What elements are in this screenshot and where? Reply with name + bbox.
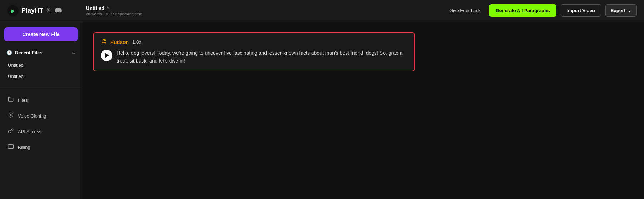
recent-files-list: Untitled Untitled bbox=[4, 58, 78, 83]
sidebar-item-files[interactable]: Files bbox=[1, 93, 80, 107]
file-title-row: Untitled ✎ bbox=[86, 5, 445, 11]
svg-line-4 bbox=[12, 116, 13, 117]
generate-all-button[interactable]: Generate All Paragraphs bbox=[489, 4, 556, 17]
content-area: Hudson 1.0x Hello, dog lovers! Today, we… bbox=[82, 21, 644, 199]
files-icon bbox=[8, 96, 14, 104]
svg-line-8 bbox=[12, 113, 13, 114]
play-triangle-icon bbox=[105, 53, 109, 58]
api-access-icon bbox=[8, 128, 14, 135]
paragraph-card: Hudson 1.0x Hello, dog lovers! Today, we… bbox=[93, 32, 415, 71]
topbar-actions: Give Feedback Generate All Paragraphs Im… bbox=[445, 4, 637, 17]
billing-icon bbox=[8, 144, 14, 151]
svg-point-0 bbox=[10, 114, 11, 116]
create-new-file-button[interactable]: Create New File bbox=[4, 27, 78, 41]
svg-point-11 bbox=[103, 39, 104, 41]
chevron-down-icon: ⌄ bbox=[628, 8, 631, 13]
logo-text: PlayHT bbox=[21, 7, 43, 14]
card-header: Hudson 1.0x bbox=[101, 39, 407, 45]
card-body: Hello, dog lovers! Today, we're going to… bbox=[101, 49, 407, 65]
voice-cloning-label: Voice Cloning bbox=[18, 113, 47, 119]
voice-person-icon bbox=[101, 39, 107, 45]
svg-rect-9 bbox=[8, 145, 14, 149]
chevron-down-icon: ⌄ bbox=[72, 50, 75, 55]
api-access-label: API Access bbox=[18, 129, 42, 134]
paragraph-text: Hello, dog lovers! Today, we're going to… bbox=[117, 49, 407, 65]
play-button[interactable] bbox=[101, 50, 112, 61]
sidebar-item-billing[interactable]: Billing bbox=[1, 140, 80, 154]
discord-icon[interactable] bbox=[55, 7, 62, 15]
clock-icon: 🕐 bbox=[6, 50, 12, 55]
logo-area: ▶ PlayHT 𝕏 bbox=[7, 5, 86, 16]
file-info: Untitled ✎ 28 words · 10 sec speaking ti… bbox=[86, 5, 445, 16]
file-title: Untitled bbox=[86, 5, 104, 11]
twitter-icon[interactable]: 𝕏 bbox=[46, 7, 51, 15]
topbar: ▶ PlayHT 𝕏 Untitled ✎ 28 words · 10 sec … bbox=[0, 0, 644, 21]
recent-files-header[interactable]: 🕐 Recent Files ⌄ bbox=[4, 47, 78, 58]
recent-files-label: Recent Files bbox=[15, 50, 43, 55]
export-button[interactable]: Export ⌄ bbox=[605, 4, 637, 17]
files-label: Files bbox=[18, 98, 28, 103]
sidebar-divider bbox=[0, 88, 82, 88]
svg-line-3 bbox=[9, 113, 9, 114]
edit-icon[interactable]: ✎ bbox=[107, 6, 110, 11]
voice-cloning-icon bbox=[8, 112, 14, 119]
svg-line-7 bbox=[9, 116, 9, 117]
feedback-button[interactable]: Give Feedback bbox=[445, 5, 485, 16]
social-icons: 𝕏 bbox=[46, 7, 62, 15]
speed-badge[interactable]: 1.0x bbox=[132, 39, 141, 45]
import-video-button[interactable]: Import Video bbox=[561, 4, 601, 17]
main-layout: Create New File 🕐 Recent Files ⌄ Untitle… bbox=[0, 21, 644, 199]
sidebar-item-voice-cloning[interactable]: Voice Cloning bbox=[1, 109, 80, 123]
logo-icon: ▶ bbox=[7, 5, 19, 16]
voice-name[interactable]: Hudson bbox=[110, 39, 129, 45]
billing-label: Billing bbox=[18, 145, 30, 150]
sidebar-item-api-access[interactable]: API Access bbox=[1, 124, 80, 139]
export-label: Export bbox=[611, 8, 625, 13]
recent-file-item[interactable]: Untitled bbox=[4, 60, 78, 71]
sidebar: Create New File 🕐 Recent Files ⌄ Untitle… bbox=[0, 21, 82, 199]
file-meta: 28 words · 10 sec speaking time bbox=[86, 12, 445, 16]
recent-files-header-left: 🕐 Recent Files bbox=[6, 50, 43, 55]
recent-file-item[interactable]: Untitled bbox=[4, 71, 78, 82]
recent-files-section: 🕐 Recent Files ⌄ Untitled Untitled bbox=[0, 47, 82, 83]
